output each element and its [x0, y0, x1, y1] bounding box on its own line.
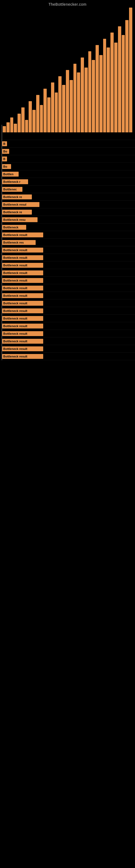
chart-bar	[122, 35, 125, 132]
result-item: Bottleneck result	[0, 277, 135, 284]
result-label: Bottleneck re	[2, 210, 32, 215]
chart-bar	[17, 114, 21, 132]
result-item: Bottleneck result	[0, 315, 135, 322]
chart-bar	[25, 120, 28, 132]
result-item: Bottlenec	[0, 186, 135, 193]
result-label: Bottleneck result	[2, 293, 43, 298]
result-label: Bottlen	[2, 172, 18, 177]
result-item: B	[0, 155, 135, 163]
result-label: Bottleneck result	[2, 263, 43, 268]
chart-bar	[118, 26, 121, 132]
result-item: Bo	[0, 148, 135, 155]
result-label: Bottleneck result	[2, 331, 43, 336]
result-item: Bottleneck res	[0, 239, 135, 246]
result-item: Bottleneck result	[0, 269, 135, 277]
result-item: Bottleneck resul	[0, 201, 135, 208]
result-label: Bottleneck result	[2, 271, 43, 275]
result-label: Bo	[2, 149, 9, 154]
chart-bar	[47, 97, 50, 132]
result-item: Bottleneck result	[0, 345, 135, 352]
chart-bar	[110, 33, 114, 132]
chart-bar	[96, 45, 99, 132]
chart-bar	[129, 8, 132, 132]
result-item: Bottleneck result	[0, 246, 135, 254]
chart-bar	[81, 58, 84, 132]
result-label: Bottleneck r	[2, 179, 28, 184]
result-label: Bottleneck result	[2, 232, 43, 237]
result-label: Bo	[2, 164, 11, 169]
site-title: TheBottlenecker.com	[0, 0, 135, 8]
result-item: Bo	[0, 163, 135, 170]
chart-bar	[3, 126, 6, 132]
result-label: Bottleneck result	[2, 286, 43, 290]
result-label: B	[2, 156, 7, 161]
chart-bar	[70, 80, 73, 132]
result-item: Bottleneck result	[0, 322, 135, 330]
result-item: Bottleneck	[0, 223, 135, 231]
result-label: Bottleneck result	[2, 255, 43, 260]
result-label: Bottleneck result	[2, 301, 43, 306]
result-list: BBoBBoBottlenBottleneck rBottlenecBottle…	[0, 132, 135, 360]
chart-bar	[21, 107, 25, 132]
chart-bar	[85, 67, 88, 132]
bars-container	[0, 8, 135, 132]
chart-bar	[43, 89, 47, 132]
chart-bar	[92, 60, 95, 132]
result-label: Bottleneck result	[2, 346, 43, 351]
result-item: Bottleneck result	[0, 292, 135, 300]
chart-bar	[107, 48, 110, 132]
chart-bar	[103, 39, 106, 132]
result-item	[0, 132, 135, 140]
chart-bar	[55, 93, 58, 132]
result-item: Bottleneck resu	[0, 216, 135, 223]
result-item: Bottleneck result	[0, 254, 135, 261]
chart-bar	[10, 118, 13, 132]
result-label: Bottleneck re	[2, 194, 32, 199]
chart-bar	[32, 110, 36, 132]
chart-bar	[58, 76, 61, 132]
result-label: Bottleneck resul	[2, 202, 39, 207]
result-label: Bottleneck	[2, 225, 26, 230]
axis-line	[2, 125, 2, 360]
chart-area	[0, 8, 135, 132]
result-label: Bottleneck result	[2, 308, 43, 313]
result-item: Bottlen	[0, 170, 135, 178]
chart-bar	[40, 105, 43, 132]
result-item: Bottleneck result	[0, 231, 135, 239]
result-item: Bottleneck r	[0, 178, 135, 186]
result-label: Bottleneck result	[2, 354, 43, 359]
result-item: B	[0, 140, 135, 148]
chart-bar	[36, 95, 39, 132]
chart-bar	[14, 124, 17, 132]
result-label: Bottleneck res	[2, 240, 36, 245]
result-label: Bottleneck result	[2, 248, 43, 252]
chart-bar	[77, 72, 80, 132]
result-item: Bottleneck result	[0, 337, 135, 345]
result-label: Bottlenec	[2, 187, 22, 192]
result-item: Bottleneck result	[0, 307, 135, 315]
chart-bar	[29, 101, 32, 132]
result-item: Bottleneck re	[0, 208, 135, 216]
page-wrapper: TheBottlenecker.com BBoBBoBottlenBottlen…	[0, 0, 135, 360]
result-item: Bottleneck result	[0, 330, 135, 337]
result-label: Bottleneck result	[2, 323, 43, 329]
chart-bar	[74, 64, 77, 132]
chart-bar	[51, 83, 54, 132]
chart-bar	[99, 55, 103, 132]
chart-bar	[62, 85, 65, 132]
result-label: Bottleneck result	[2, 316, 43, 321]
result-label: Bottleneck resu	[2, 217, 38, 222]
result-label: Bottleneck result	[2, 339, 43, 344]
chart-bar	[6, 122, 10, 132]
chart-bar	[88, 51, 92, 132]
result-item: Bottleneck re	[0, 193, 135, 201]
chart-bar	[125, 20, 129, 132]
result-item: Bottleneck result	[0, 261, 135, 269]
result-label: Bottleneck result	[2, 278, 43, 283]
result-label: B	[2, 141, 7, 146]
result-item: Bottleneck result	[0, 352, 135, 360]
chart-bar	[66, 70, 69, 132]
result-item: Bottleneck result	[0, 284, 135, 292]
chart-bar	[114, 42, 118, 132]
result-item: Bottleneck result	[0, 300, 135, 307]
